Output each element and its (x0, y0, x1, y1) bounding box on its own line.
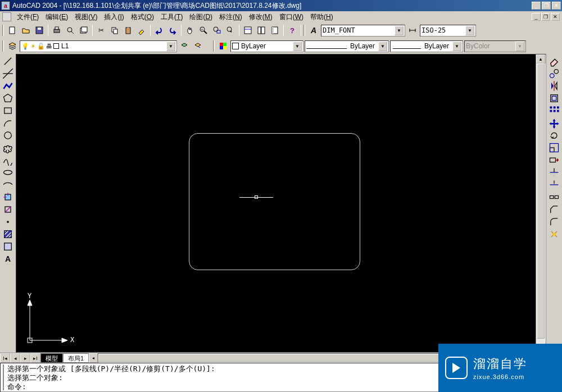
vertical-scrollbar[interactable]: ▲ ▼ (536, 54, 546, 352)
hatch-tool[interactable] (2, 228, 14, 240)
grip-icon[interactable] (2, 40, 4, 52)
new-button[interactable] (6, 24, 19, 37)
xline-tool[interactable] (2, 67, 14, 80)
plot-icon: 🖶 (46, 43, 52, 49)
menu-edit[interactable]: 编辑(E) (42, 11, 71, 23)
array-tool[interactable] (548, 104, 560, 117)
undo-button[interactable] (153, 24, 165, 37)
match-prop-button[interactable] (135, 24, 148, 37)
polygon-tool[interactable] (2, 92, 14, 104)
line-tool[interactable] (2, 55, 14, 67)
rounded-rectangle-object[interactable] (189, 133, 360, 270)
tab-last-button[interactable]: ▸I (30, 353, 40, 363)
svg-rect-0 (10, 27, 15, 34)
extend-tool[interactable] (548, 179, 560, 191)
menu-tools[interactable]: 工具(T) (157, 11, 186, 23)
mdi-close-button[interactable]: ✕ (551, 13, 560, 21)
insert-block-tool[interactable] (2, 191, 14, 203)
help-button[interactable]: ? (286, 24, 298, 37)
grip-icon[interactable] (2, 25, 4, 36)
properties-button[interactable] (242, 24, 254, 37)
tab-next-button[interactable]: ▸ (20, 353, 30, 363)
break-tool[interactable] (548, 191, 560, 203)
open-button[interactable] (20, 24, 32, 37)
layer-prev-button[interactable] (192, 40, 204, 52)
chamfer-tool[interactable] (548, 203, 560, 216)
menu-insert[interactable]: 插入(I) (101, 11, 127, 23)
revcloud-tool[interactable] (2, 142, 14, 154)
linetype-combo[interactable]: ByLayer▼ (305, 40, 389, 52)
layers-toolbar: 💡 ☀ 🔓 🖶 L1 ▼ ByLayer▼ ByLayer▼ ByLayer▼ … (0, 38, 562, 54)
rectangle-tool[interactable] (2, 104, 14, 117)
restore-button[interactable]: ❐ (542, 2, 551, 10)
designcenter-button[interactable] (255, 24, 268, 37)
menu-modify[interactable]: 修改(M) (246, 11, 276, 23)
tab-first-button[interactable]: I◂ (0, 353, 10, 363)
explode-tool[interactable] (548, 228, 560, 240)
tab-prev-button[interactable]: ◂ (10, 353, 20, 363)
menu-format[interactable]: 格式(O) (128, 11, 157, 23)
erase-tool[interactable] (548, 55, 560, 67)
hscroll-left-button[interactable]: ◂ (89, 353, 98, 363)
textstyle-a-icon[interactable]: A (307, 24, 320, 37)
make-block-tool[interactable] (2, 203, 14, 216)
copy-tool[interactable] (548, 67, 560, 80)
mdi-minimize-button[interactable]: _ (532, 13, 541, 21)
zoom-rt-button[interactable]: + (197, 24, 210, 37)
drawing-canvas[interactable]: Y X (16, 54, 536, 352)
dimstyle-combo[interactable]: ISO-25▼ (420, 25, 476, 37)
ellipse-arc-tool[interactable] (2, 179, 14, 191)
cut-button[interactable]: ✂ (95, 24, 107, 37)
dimstyle-icon[interactable] (406, 24, 419, 37)
mtext-tool[interactable]: A (2, 253, 14, 265)
scale-tool[interactable] (548, 142, 560, 154)
arc-tool[interactable] (2, 117, 14, 129)
save-button[interactable] (33, 24, 46, 37)
menu-view[interactable]: 视图(V) (71, 11, 101, 23)
paste-button[interactable] (122, 24, 134, 37)
color-button[interactable] (217, 40, 229, 52)
grip-icon[interactable] (3, 364, 5, 390)
tab-model[interactable]: 模型 (40, 353, 63, 363)
offset-tool[interactable] (548, 92, 560, 104)
fillet-tool[interactable] (548, 216, 560, 228)
minimize-button[interactable]: _ (532, 2, 541, 10)
zoom-prev-button[interactable] (224, 24, 237, 37)
grip-icon[interactable] (213, 40, 215, 52)
rotate-tool[interactable] (548, 129, 560, 142)
textstyle-combo[interactable]: DIM_FONT▼ (321, 25, 405, 37)
publish-button[interactable] (78, 24, 90, 37)
color-combo[interactable]: ByLayer▼ (230, 40, 303, 52)
mdi-restore-button[interactable]: ❐ (541, 13, 550, 21)
copy-button[interactable] (108, 24, 121, 37)
preview-button[interactable] (64, 24, 76, 37)
menu-dim[interactable]: 标注(N) (216, 11, 246, 23)
pan-button[interactable] (184, 24, 196, 37)
svg-rect-69 (550, 196, 554, 199)
trim-tool[interactable] (548, 166, 560, 179)
point-tool[interactable] (2, 216, 14, 228)
menu-help[interactable]: 帮助(H) (307, 11, 337, 23)
menu-window[interactable]: 窗口(W) (276, 11, 307, 23)
region-tool[interactable] (2, 240, 14, 253)
polyline-tool[interactable] (2, 80, 14, 92)
print-button[interactable] (51, 24, 63, 37)
toolpalettes-button[interactable] (269, 24, 281, 37)
menu-draw[interactable]: 绘图(D) (186, 11, 216, 23)
menu-file[interactable]: 文件(F) (13, 11, 42, 23)
circle-tool[interactable] (2, 129, 14, 142)
layer-state-button[interactable] (178, 40, 191, 52)
close-button[interactable]: ✕ (552, 2, 561, 10)
move-tool[interactable] (548, 117, 560, 129)
spline-tool[interactable] (2, 154, 14, 166)
zoom-window-button[interactable] (211, 24, 223, 37)
redo-button[interactable] (166, 24, 179, 37)
grip-icon[interactable] (303, 25, 305, 36)
mirror-tool[interactable] (548, 80, 560, 92)
layer-manager-button[interactable] (6, 40, 19, 52)
layer-combo[interactable]: 💡 ☀ 🔓 🖶 L1 ▼ (20, 40, 177, 52)
stretch-tool[interactable] (548, 154, 560, 166)
tab-layout1[interactable]: 布局1 (63, 353, 89, 363)
ellipse-tool[interactable] (2, 166, 14, 179)
lineweight-combo[interactable]: ByLayer▼ (390, 40, 463, 52)
